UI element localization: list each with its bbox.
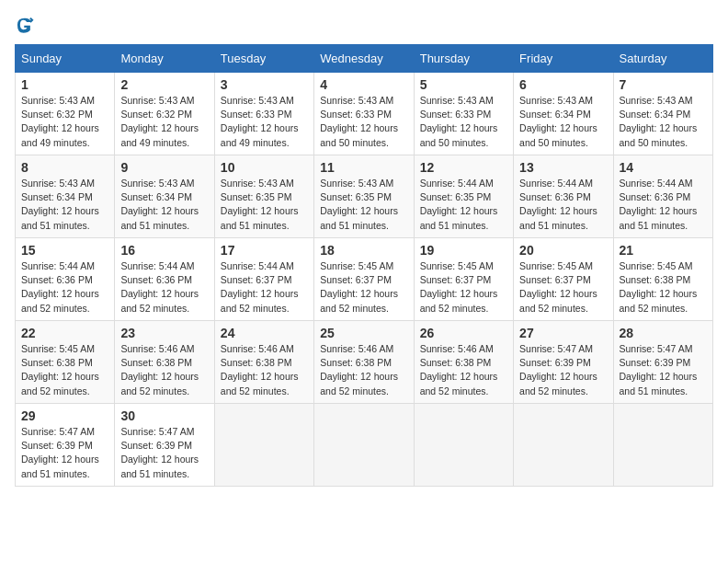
col-monday: Monday [115,45,214,73]
calendar-cell: 15Sunrise: 5:44 AMSunset: 6:36 PMDayligh… [16,238,115,321]
calendar-cell: 25Sunrise: 5:46 AMSunset: 6:38 PMDayligh… [314,321,414,404]
day-detail: Sunrise: 5:44 AMSunset: 6:36 PMDaylight:… [21,259,108,316]
calendar-cell [314,404,414,487]
day-number: 2 [120,77,208,92]
day-detail: Sunrise: 5:44 AMSunset: 6:37 PMDaylight:… [221,259,308,316]
calendar-cell: 1Sunrise: 5:43 AMSunset: 6:32 PMDaylight… [16,73,115,155]
day-detail: Sunrise: 5:44 AMSunset: 6:36 PMDaylight:… [620,177,707,233]
day-number: 22 [21,326,108,340]
day-number: 1 [21,77,108,92]
day-detail: Sunrise: 5:47 AMSunset: 6:39 PMDaylight:… [620,342,707,398]
day-number: 4 [320,77,407,92]
calendar-cell: 26Sunrise: 5:46 AMSunset: 6:38 PMDayligh… [414,321,513,404]
day-number: 20 [519,243,607,258]
calendar-cell: 29Sunrise: 5:47 AMSunset: 6:39 PMDayligh… [16,404,115,487]
week-row-1: 1Sunrise: 5:43 AMSunset: 6:32 PMDaylight… [16,73,713,155]
calendar-cell: 19Sunrise: 5:45 AMSunset: 6:37 PMDayligh… [414,238,513,321]
day-detail: Sunrise: 5:43 AMSunset: 6:33 PMDaylight:… [420,94,507,150]
calendar-cell [414,404,513,487]
day-detail: Sunrise: 5:46 AMSunset: 6:38 PMDaylight:… [221,342,308,398]
day-header-row: Sunday Monday Tuesday Wednesday Thursday… [16,45,713,73]
day-number: 3 [221,77,308,92]
day-detail: Sunrise: 5:45 AMSunset: 6:37 PMDaylight:… [320,259,407,316]
day-number: 11 [320,160,407,175]
day-number: 24 [221,326,308,340]
day-number: 8 [21,160,108,175]
day-number: 23 [120,326,208,340]
day-detail: Sunrise: 5:43 AMSunset: 6:32 PMDaylight:… [21,94,108,150]
calendar-cell [214,404,313,487]
calendar-cell [613,404,712,487]
calendar-cell: 2Sunrise: 5:43 AMSunset: 6:32 PMDaylight… [115,73,214,155]
day-detail: Sunrise: 5:43 AMSunset: 6:35 PMDaylight:… [320,177,407,233]
day-detail: Sunrise: 5:47 AMSunset: 6:39 PMDaylight:… [519,342,607,398]
day-detail: Sunrise: 5:46 AMSunset: 6:38 PMDaylight:… [120,342,208,398]
page-header [15,15,713,35]
day-detail: Sunrise: 5:46 AMSunset: 6:38 PMDaylight:… [420,342,507,398]
calendar-cell: 13Sunrise: 5:44 AMSunset: 6:36 PMDayligh… [514,155,613,238]
col-thursday: Thursday [414,45,513,73]
calendar-table: Sunday Monday Tuesday Wednesday Thursday… [15,44,713,487]
calendar-cell: 22Sunrise: 5:45 AMSunset: 6:38 PMDayligh… [16,321,115,404]
day-number: 6 [519,77,607,92]
calendar-cell: 6Sunrise: 5:43 AMSunset: 6:34 PMDaylight… [514,73,613,155]
day-detail: Sunrise: 5:43 AMSunset: 6:34 PMDaylight:… [21,177,108,233]
day-number: 18 [320,243,407,258]
calendar-cell: 10Sunrise: 5:43 AMSunset: 6:35 PMDayligh… [214,155,313,238]
day-detail: Sunrise: 5:47 AMSunset: 6:39 PMDaylight:… [21,425,108,481]
week-row-4: 22Sunrise: 5:45 AMSunset: 6:38 PMDayligh… [16,321,713,404]
day-number: 17 [221,243,308,258]
logo-icon [15,15,35,35]
day-detail: Sunrise: 5:43 AMSunset: 6:35 PMDaylight:… [221,177,308,233]
week-row-2: 8Sunrise: 5:43 AMSunset: 6:34 PMDaylight… [16,155,713,238]
day-number: 28 [620,326,707,340]
calendar-cell [514,404,613,487]
calendar-cell: 5Sunrise: 5:43 AMSunset: 6:33 PMDaylight… [414,73,513,155]
day-number: 30 [120,408,208,423]
day-number: 25 [320,326,407,340]
day-number: 12 [420,160,507,175]
calendar-cell: 14Sunrise: 5:44 AMSunset: 6:36 PMDayligh… [613,155,712,238]
calendar-cell: 27Sunrise: 5:47 AMSunset: 6:39 PMDayligh… [514,321,613,404]
day-number: 29 [21,408,108,423]
calendar-cell: 16Sunrise: 5:44 AMSunset: 6:36 PMDayligh… [115,238,214,321]
logo [15,15,39,35]
day-detail: Sunrise: 5:44 AMSunset: 6:36 PMDaylight:… [519,177,607,233]
day-number: 21 [620,243,707,258]
day-detail: Sunrise: 5:44 AMSunset: 6:35 PMDaylight:… [420,177,507,233]
day-detail: Sunrise: 5:47 AMSunset: 6:39 PMDaylight:… [120,425,208,481]
calendar-body: 1Sunrise: 5:43 AMSunset: 6:32 PMDaylight… [16,73,713,487]
day-detail: Sunrise: 5:45 AMSunset: 6:37 PMDaylight:… [519,259,607,316]
week-row-5: 29Sunrise: 5:47 AMSunset: 6:39 PMDayligh… [16,404,713,487]
day-detail: Sunrise: 5:43 AMSunset: 6:33 PMDaylight:… [320,94,407,150]
day-number: 16 [120,243,208,258]
calendar-cell: 28Sunrise: 5:47 AMSunset: 6:39 PMDayligh… [613,321,712,404]
col-friday: Friday [514,45,613,73]
day-number: 10 [221,160,308,175]
day-number: 27 [519,326,607,340]
day-number: 15 [21,243,108,258]
day-detail: Sunrise: 5:44 AMSunset: 6:36 PMDaylight:… [120,259,208,316]
calendar-cell: 30Sunrise: 5:47 AMSunset: 6:39 PMDayligh… [115,404,214,487]
calendar-cell: 23Sunrise: 5:46 AMSunset: 6:38 PMDayligh… [115,321,214,404]
calendar-header: Sunday Monday Tuesday Wednesday Thursday… [16,45,713,73]
calendar-cell: 18Sunrise: 5:45 AMSunset: 6:37 PMDayligh… [314,238,414,321]
day-detail: Sunrise: 5:45 AMSunset: 6:38 PMDaylight:… [620,259,707,316]
calendar-cell: 9Sunrise: 5:43 AMSunset: 6:34 PMDaylight… [115,155,214,238]
day-number: 7 [620,77,707,92]
col-saturday: Saturday [613,45,712,73]
day-detail: Sunrise: 5:43 AMSunset: 6:34 PMDaylight:… [519,94,607,150]
calendar-cell: 8Sunrise: 5:43 AMSunset: 6:34 PMDaylight… [16,155,115,238]
calendar-cell: 11Sunrise: 5:43 AMSunset: 6:35 PMDayligh… [314,155,414,238]
calendar-cell: 24Sunrise: 5:46 AMSunset: 6:38 PMDayligh… [214,321,313,404]
calendar-cell: 4Sunrise: 5:43 AMSunset: 6:33 PMDaylight… [314,73,414,155]
calendar-cell: 20Sunrise: 5:45 AMSunset: 6:37 PMDayligh… [514,238,613,321]
day-detail: Sunrise: 5:43 AMSunset: 6:33 PMDaylight:… [221,94,308,150]
calendar-cell: 12Sunrise: 5:44 AMSunset: 6:35 PMDayligh… [414,155,513,238]
day-number: 13 [519,160,607,175]
day-detail: Sunrise: 5:45 AMSunset: 6:37 PMDaylight:… [420,259,507,316]
calendar-cell: 21Sunrise: 5:45 AMSunset: 6:38 PMDayligh… [613,238,712,321]
day-number: 14 [620,160,707,175]
calendar-cell: 3Sunrise: 5:43 AMSunset: 6:33 PMDaylight… [214,73,313,155]
calendar-cell: 17Sunrise: 5:44 AMSunset: 6:37 PMDayligh… [214,238,313,321]
